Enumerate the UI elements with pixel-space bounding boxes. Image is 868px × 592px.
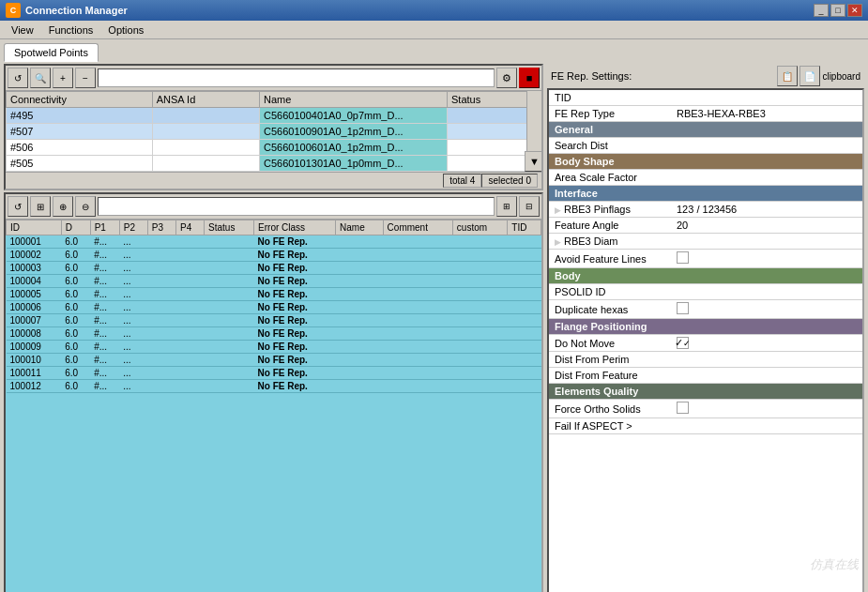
- bottom-tool-3[interactable]: ⊕: [53, 196, 73, 217]
- bcol-d: D: [61, 220, 90, 235]
- bottom-table-wrapper[interactable]: ID D P1 P2 P3 P4 Status Error Class Name…: [6, 220, 541, 592]
- add-button[interactable]: +: [53, 68, 73, 88]
- table-row[interactable]: 100001 6.0 #... ... No FE Rep.: [7, 235, 541, 249]
- cell-p1: #...: [90, 380, 119, 393]
- cell-p1: #...: [90, 235, 119, 249]
- table-row[interactable]: 100003 6.0 #... ... No FE Rep.: [7, 262, 541, 275]
- table-row[interactable]: 100004 6.0 #... ... No FE Rep.: [7, 275, 541, 288]
- fe-field-value[interactable]: [671, 284, 862, 300]
- menu-functions[interactable]: Functions: [41, 23, 101, 38]
- fe-field-label: Do Not Move: [549, 335, 671, 352]
- bcol-p1: P1: [90, 220, 119, 235]
- fe-field-value[interactable]: RBE3-HEXA-RBE3: [671, 106, 862, 122]
- title-bar: C Connection Manager _ □ ✕: [0, 0, 868, 21]
- bottom-tool-4[interactable]: ⊖: [75, 196, 96, 217]
- cell-id: 100010: [7, 354, 62, 367]
- cell-tid: [508, 249, 541, 262]
- fe-field-label: ▶RBE3 Diam: [549, 234, 671, 250]
- fe-field-value[interactable]: 123 / 123456: [671, 202, 862, 218]
- clipboard-btn-1[interactable]: 📋: [777, 66, 798, 86]
- gear-button[interactable]: ⚙: [496, 68, 517, 88]
- fe-field-value[interactable]: [671, 368, 862, 384]
- cell-d: 6.0: [61, 327, 90, 341]
- cell-custom: [452, 235, 507, 249]
- minimize-button[interactable]: _: [814, 4, 829, 17]
- collapse-button[interactable]: ⊟: [519, 196, 540, 217]
- fe-field-value[interactable]: [671, 418, 862, 434]
- fe-field-value[interactable]: [671, 170, 862, 186]
- expand-button[interactable]: ⊞: [496, 196, 517, 217]
- fe-field-value: ✓: [671, 335, 862, 352]
- fe-field-label: Dist From Feature: [549, 368, 671, 384]
- top-table-area: ↺ 🔍 + − ⚙ ■ Connectivity ANSA Id: [4, 64, 543, 190]
- cell-tid: [508, 235, 541, 249]
- table-row[interactable]: 100005 6.0 #... ... No FE Rep.: [7, 288, 541, 301]
- table-row[interactable]: 100007 6.0 #... ... No FE Rep.: [7, 314, 541, 327]
- zoom-button[interactable]: 🔍: [30, 68, 51, 88]
- fe-field-value[interactable]: 20: [671, 218, 862, 234]
- menu-view[interactable]: View: [4, 23, 41, 38]
- table-row[interactable]: #495 C5660100401A0_0p7mm_D...: [7, 108, 541, 124]
- expand-arrow-icon[interactable]: ▶: [555, 205, 564, 215]
- table-row[interactable]: 100002 6.0 #... ... No FE Rep.: [7, 249, 541, 262]
- fe-field-value[interactable]: [671, 138, 862, 154]
- table-row[interactable]: 100006 6.0 #... ... No FE Rep.: [7, 301, 541, 314]
- top-search-input[interactable]: [98, 68, 495, 87]
- refresh-button[interactable]: ↺: [8, 68, 28, 88]
- fe-field-value[interactable]: [671, 352, 862, 368]
- fe-field-value: [671, 250, 862, 268]
- cell-d: 6.0: [61, 275, 90, 288]
- cell-p3: [147, 275, 175, 288]
- table-row[interactable]: 100009 6.0 #... ... No FE Rep.: [7, 341, 541, 354]
- cell-status: [205, 327, 254, 341]
- cell-status: [205, 367, 254, 380]
- table-row[interactable]: #506 C5660100601A0_1p2mm_D...: [7, 140, 541, 156]
- bcol-id: ID: [7, 220, 62, 235]
- cell-p3: [147, 301, 175, 314]
- checkbox-do-not-move[interactable]: ✓: [677, 337, 689, 349]
- remove-button[interactable]: −: [75, 68, 96, 88]
- bottom-search-input[interactable]: [98, 197, 495, 216]
- bottom-data-table: ID D P1 P2 P3 P4 Status Error Class Name…: [6, 220, 541, 393]
- table-row[interactable]: 100010 6.0 #... ... No FE Rep.: [7, 354, 541, 367]
- scroll-down-button[interactable]: ▼: [525, 151, 542, 172]
- fe-field-value[interactable]: [671, 90, 862, 106]
- clipboard-btn-2[interactable]: 📄: [799, 66, 820, 86]
- maximize-button[interactable]: □: [830, 4, 845, 17]
- cell-error-class: No FE Rep.: [254, 380, 336, 393]
- fe-field-value[interactable]: [671, 234, 862, 250]
- cell-d: 6.0: [61, 301, 90, 314]
- fe-header: FE Rep. Settings: 📋 📄 clipboard: [547, 64, 864, 88]
- close-button[interactable]: ✕: [847, 4, 862, 17]
- cell-p2: ...: [119, 262, 147, 275]
- table-row[interactable]: #507 C5660100901A0_1p2mm_D...: [7, 124, 541, 140]
- checkbox-duplicate-hexas[interactable]: [677, 302, 689, 314]
- stop-button[interactable]: ■: [519, 68, 540, 88]
- fe-field-label: Duplicate hexas: [549, 300, 671, 319]
- cell-id: 100011: [7, 367, 62, 380]
- cell-p2: ...: [119, 314, 147, 327]
- cell-p4: [175, 314, 204, 327]
- cell-tid: [508, 301, 541, 314]
- checkbox-force-ortho-solids[interactable]: [677, 402, 689, 414]
- table-row[interactable]: 100008 6.0 #... ... No FE Rep.: [7, 327, 541, 341]
- fe-settings-table[interactable]: TID FE Rep Type RBE3-HEXA-RBE3 General S…: [547, 88, 864, 592]
- bottom-tool-1[interactable]: ↺: [8, 196, 28, 217]
- menu-options[interactable]: Options: [100, 23, 151, 38]
- table-row[interactable]: #505 C5660101301A0_1p0mm_D...: [7, 156, 541, 172]
- bottom-tool-2[interactable]: ⊞: [30, 196, 51, 217]
- cell-status: [205, 249, 254, 262]
- cell-connectivity: #506: [7, 140, 153, 156]
- table-row[interactable]: 100012 6.0 #... ... No FE Rep.: [7, 380, 541, 393]
- checkbox-avoid-feature-lines[interactable]: [677, 251, 689, 264]
- expand-arrow-icon[interactable]: ▶: [555, 237, 564, 247]
- cell-d: 6.0: [61, 288, 90, 301]
- table-row[interactable]: 100011 6.0 #... ... No FE Rep.: [7, 367, 541, 380]
- cell-error-class: No FE Rep.: [254, 235, 336, 249]
- bcol-error-class: Error Class: [254, 220, 336, 235]
- tab-spotweld-points[interactable]: Spotweld Points: [4, 43, 99, 62]
- cell-error-class: No FE Rep.: [254, 367, 336, 380]
- cell-p2: ...: [119, 380, 147, 393]
- cell-p2: ...: [119, 341, 147, 354]
- cell-p4: [175, 275, 204, 288]
